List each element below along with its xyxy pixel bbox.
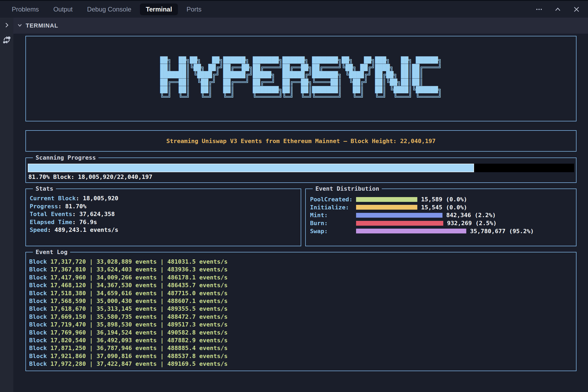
event-log-values: 17,972,280 | 37,422,847 events | 489169.… <box>47 360 228 367</box>
distribution-label: PoolCreated: <box>310 196 356 203</box>
stat-row: Current Block: 18,005,920 <box>30 194 301 202</box>
event-log-values: 17,568,590 | 35,000,430 events | 488607.… <box>47 298 228 304</box>
stat-label: Elapsed Time <box>30 219 72 225</box>
terminal-gutter <box>0 34 13 392</box>
distribution-label: Mint: <box>310 212 356 218</box>
stat-row: Progress: 81.70% <box>30 202 301 210</box>
event-log-values: 17,518,380 | 34,659,616 events | 487715.… <box>47 290 228 297</box>
distribution-value: 15,545 (0.0%) <box>421 204 467 211</box>
tab-problems[interactable]: Problems <box>6 3 45 15</box>
status-line: Streaming Uniswap V3 Events from Ethereu… <box>166 138 436 144</box>
event-log-row: Block 17,871,250 | 36,787,946 events | 4… <box>29 344 576 352</box>
event-log-row: Block 17,367,810 | 33,624,403 events | 4… <box>29 266 576 273</box>
stat-label: Total Events <box>30 211 72 217</box>
tab-output[interactable]: Output <box>47 3 78 15</box>
event-log-block-word: Block <box>29 258 47 265</box>
event-log-values: 17,317,720 | 33,028,889 events | 481031.… <box>47 258 228 265</box>
distribution-row: Initialize:15,545 (0.0%) <box>310 203 576 212</box>
event-log-block-word: Block <box>29 313 47 320</box>
event-log-block-word: Block <box>29 298 47 304</box>
chevron-down-icon[interactable] <box>17 22 23 29</box>
terminal-viewport[interactable]: ██╗ ██╗██╗ ██╗██████╗ ███████╗██████╗ ██… <box>13 34 588 392</box>
distribution-row: Burn:932,269 (2.5%) <box>310 219 576 227</box>
event-log-values: 17,921,860 | 37,090,816 events | 488537.… <box>47 353 228 359</box>
distribution-bar <box>356 205 417 210</box>
event-log-row: Block 17,618,670 | 35,313,145 events | 4… <box>29 305 576 313</box>
event-log-row: Block 17,417,960 | 34,009,266 events | 4… <box>29 274 576 281</box>
event-distribution-rows: PoolCreated:15,589 (0.0%)Initialize:15,5… <box>310 195 576 235</box>
panel-actions <box>535 5 581 13</box>
sync-icon[interactable] <box>3 36 11 44</box>
banner-box: ██╗ ██╗██╗ ██╗██████╗ ███████╗██████╗ ██… <box>25 36 576 121</box>
stats-rows: Current Block: 18,005,920Progress: 81.70… <box>30 194 301 234</box>
event-log-values: 17,367,810 | 33,624,403 events | 483936.… <box>47 266 228 273</box>
event-log-block-word: Block <box>29 337 47 344</box>
event-log-row: Block 17,820,540 | 36,492,093 events | 4… <box>29 336 576 344</box>
event-log-block-word: Block <box>29 290 47 297</box>
stat-value: : 76.9s <box>72 219 97 225</box>
terminal-header-row: TERMINAL <box>0 18 588 34</box>
event-log-row: Block 17,317,720 | 33,028,889 events | 4… <box>29 258 576 266</box>
status-box: Streaming Uniswap V3 Events from Ethereu… <box>25 130 576 152</box>
more-actions-icon[interactable] <box>535 5 543 13</box>
distribution-value: 842,346 (2.2%) <box>446 212 496 218</box>
distribution-bar <box>356 213 442 218</box>
stat-row: Elapsed Time: 76.9s <box>30 218 301 226</box>
event-log-row: Block 17,769,960 | 36,194,524 events | 4… <box>29 329 576 336</box>
hypersync-banner: ██╗ ██╗██╗ ██╗██████╗ ███████╗██████╗ ██… <box>160 56 442 101</box>
scanning-progress-title: Scanning Progress <box>33 154 98 162</box>
stat-label: Current Block <box>30 195 76 202</box>
event-log-row: Block 17,518,380 | 34,659,616 events | 4… <box>29 289 576 297</box>
stat-value: : 81.70% <box>58 203 86 210</box>
distribution-row: PoolCreated:15,589 (0.0%) <box>310 195 576 203</box>
distribution-value: 932,269 (2.5%) <box>447 220 497 226</box>
panel-tabbar-tabs: ProblemsOutputDebug ConsoleTerminalPorts <box>6 3 207 15</box>
event-log-rows: Block 17,317,720 | 33,028,889 events | 4… <box>29 258 576 368</box>
event-log-block-word: Block <box>29 360 47 367</box>
stat-value: : 489,243.1 events/s <box>47 226 118 233</box>
chevron-right-icon[interactable] <box>3 22 10 30</box>
maximize-panel-icon[interactable] <box>554 5 562 13</box>
event-log-row: Block 17,669,150 | 35,580,735 events | 4… <box>29 313 576 321</box>
stats-box: Stats Current Block: 18,005,920Progress:… <box>25 189 301 246</box>
stats-title: Stats <box>33 185 56 193</box>
event-log-row: Block 17,468,120 | 34,367,530 events | 4… <box>29 281 576 289</box>
event-distribution-title: Event Distribution <box>313 185 382 193</box>
event-log-box: Event Log Block 17,317,720 | 33,028,889 … <box>25 252 576 371</box>
distribution-value: 35,780,677 (95.2%) <box>470 228 534 235</box>
scanning-progress-box: Scanning Progress 81.70% Block: 18,005,9… <box>25 157 576 183</box>
close-panel-icon[interactable] <box>572 5 581 13</box>
distribution-bar <box>356 221 443 226</box>
event-log-row: Block 17,921,860 | 37,090,816 events | 4… <box>29 352 576 360</box>
event-log-row: Block 17,719,470 | 35,898,530 events | 4… <box>29 321 576 328</box>
tab-debug-console[interactable]: Debug Console <box>81 3 137 15</box>
terminal-section-label: TERMINAL <box>26 22 58 29</box>
event-log-row: Block 17,568,590 | 35,000,430 events | 4… <box>29 297 576 305</box>
distribution-bar <box>356 197 417 202</box>
distribution-label: Initialize: <box>310 204 356 211</box>
event-log-values: 17,669,150 | 35,580,735 events | 488472.… <box>47 313 228 320</box>
event-log-block-word: Block <box>29 329 47 336</box>
event-log-block-word: Block <box>29 345 47 351</box>
tab-terminal[interactable]: Terminal <box>140 3 178 15</box>
event-log-values: 17,769,960 | 36,194,524 events | 490582.… <box>47 329 228 336</box>
vscode-bottom-panel: ProblemsOutputDebug ConsoleTerminalPorts <box>0 0 588 392</box>
distribution-label: Swap: <box>310 228 356 235</box>
stat-row: Speed: 489,243.1 events/s <box>30 226 301 234</box>
event-log-values: 17,719,470 | 35,898,530 events | 489517.… <box>47 321 228 328</box>
progress-text: 81.70% Block: 18,005,920/22,040,197 <box>28 172 574 182</box>
stat-label: Progress <box>30 203 58 210</box>
terminal-section-header: TERMINAL <box>13 18 588 34</box>
event-log-values: 17,468,120 | 34,367,530 events | 486435.… <box>47 282 228 289</box>
event-log-block-word: Block <box>29 266 47 273</box>
tab-ports[interactable]: Ports <box>181 3 207 15</box>
event-log-values: 17,871,250 | 36,787,946 events | 488885.… <box>47 345 228 351</box>
event-log-values: 17,417,960 | 34,009,266 events | 486178.… <box>47 274 228 281</box>
progress-bar-track <box>28 164 574 172</box>
stat-row: Total Events: 37,624,358 <box>30 210 301 218</box>
panel-gutter-top <box>0 18 13 34</box>
event-log-block-word: Block <box>29 353 47 359</box>
event-log-block-word: Block <box>29 305 47 312</box>
stat-value: : 18,005,920 <box>76 195 118 202</box>
event-log-values: 17,618,670 | 35,313,145 events | 489355.… <box>47 305 228 312</box>
